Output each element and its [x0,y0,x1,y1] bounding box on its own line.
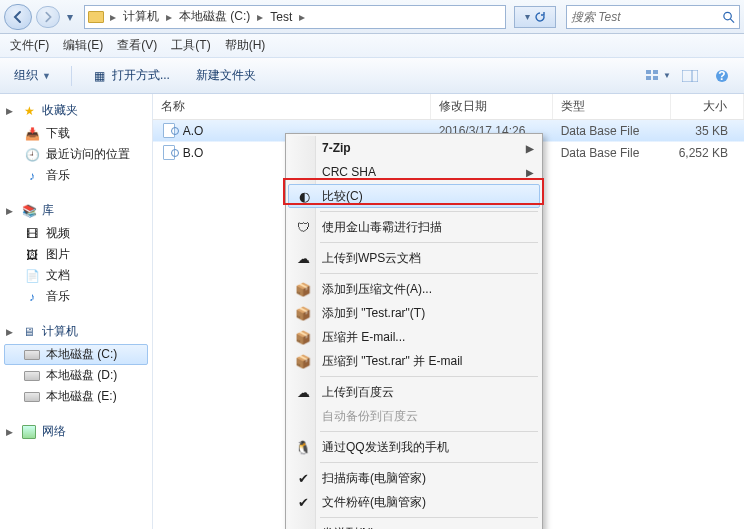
guard-icon: ✔ [294,493,312,511]
context-menu-item[interactable]: ◐比较(C) [288,184,540,208]
column-name[interactable]: 名称 [153,94,431,119]
collapse-icon: ▶ [6,327,16,337]
sidebar-item-downloads[interactable]: 📥下载 [4,123,148,144]
organize-button[interactable]: 组织 ▼ [8,64,57,87]
svg-rect-5 [653,76,658,80]
sidebar-item-label: 音乐 [46,167,70,184]
context-menu-label: 添加到 "Test.rar"(T) [322,305,425,322]
sidebar-group-computer[interactable]: ▶ 🖥 计算机 [4,321,148,344]
context-menu-item[interactable]: 📦压缩并 E-mail... [288,325,540,349]
column-type[interactable]: 类型 [553,94,671,119]
address-bar[interactable]: ▸ 计算机 ▸ 本地磁盘 (C:) ▸ Test ▸ [84,5,506,29]
menu-tools[interactable]: 工具(T) [165,35,216,56]
crumb-computer[interactable]: 计算机 [119,6,163,28]
context-menu-label: 添加到压缩文件(A)... [322,281,432,298]
sidebar-item-label: 音乐 [46,288,70,305]
svg-rect-2 [646,70,651,74]
context-menu-item[interactable]: 📦添加到 "Test.rar"(T) [288,301,540,325]
context-menu: 7-Zip▶CRC SHA▶◐比较(C)🛡使用金山毒霸进行扫描☁上传到WPS云文… [285,133,543,529]
context-menu-label: 上传到百度云 [322,384,394,401]
separator [71,66,72,86]
context-menu-item: 自动备份到百度云 [288,404,540,428]
context-menu-item[interactable]: 发送到(N)▶ [288,521,540,529]
collapse-icon: ▶ [6,427,16,437]
sidebar-group-network[interactable]: ▶ 网络 [4,421,148,444]
svg-text:?: ? [718,69,725,83]
sidebar-item-label: 最近访问的位置 [46,146,130,163]
app-icon: ▦ [92,68,108,84]
refresh-icon [534,11,546,23]
archive-icon: 📦 [294,328,312,346]
context-menu-item[interactable]: CRC SHA▶ [288,160,540,184]
file-name: A.O [183,124,204,138]
sidebar-item-music[interactable]: ♪音乐 [4,165,148,186]
context-menu-item[interactable]: ☁上传到WPS云文档 [288,246,540,270]
sidebar-item-drive-c[interactable]: 本地磁盘 (C:) [4,344,148,365]
file-type: Data Base File [553,124,671,138]
cloud-icon: ☁ [294,249,312,267]
search-input[interactable] [571,10,722,24]
open-with-button[interactable]: ▦ 打开方式... [86,64,176,87]
drive-icon [24,368,40,384]
sidebar-group-label: 收藏夹 [42,102,78,119]
drive-icon [24,389,40,405]
context-menu-item[interactable]: 📦添加到压缩文件(A)... [288,277,540,301]
search-box[interactable] [566,5,740,29]
context-menu-label: 使用金山毒霸进行扫描 [322,219,442,236]
context-menu-item[interactable]: 🐧通过QQ发送到我的手机 [288,435,540,459]
command-bar: 组织 ▼ ▦ 打开方式... 新建文件夹 ▼ ? [0,58,744,94]
sidebar-group-label: 库 [42,202,54,219]
context-menu-item[interactable]: ✔扫描病毒(电脑管家) [288,466,540,490]
sidebar-item-documents[interactable]: 📄文档 [4,265,148,286]
context-menu-item[interactable]: ☁上传到百度云 [288,380,540,404]
collapse-icon: ▶ [6,206,16,216]
svg-rect-3 [653,70,658,74]
nav-bar: ▾ ▸ 计算机 ▸ 本地磁盘 (C:) ▸ Test ▸ ▾ [0,0,744,34]
sidebar-item-recent[interactable]: 🕘最近访问的位置 [4,144,148,165]
chevron-down-icon: ▾ [525,11,530,22]
context-menu-item[interactable]: 🛡使用金山毒霸进行扫描 [288,215,540,239]
sidebar-item-pictures[interactable]: 🖼图片 [4,244,148,265]
sidebar-item-music-lib[interactable]: ♪音乐 [4,286,148,307]
back-button[interactable] [4,4,32,30]
sidebar-group-libraries[interactable]: ▶ 📚 库 [4,200,148,223]
chevron-right-icon[interactable]: ▸ [107,10,119,24]
sidebar-group-favorites[interactable]: ▶ ★ 收藏夹 [4,100,148,123]
context-menu-item[interactable]: 7-Zip▶ [288,136,540,160]
sidebar-group-label: 计算机 [42,323,78,340]
drive-icon [24,347,40,363]
new-folder-button[interactable]: 新建文件夹 [190,64,262,87]
column-size[interactable]: 大小 [671,94,744,119]
context-menu-item[interactable]: 📦压缩到 "Test.rar" 并 E-mail [288,349,540,373]
menu-view[interactable]: 查看(V) [111,35,163,56]
chevron-right-icon[interactable]: ▸ [254,10,266,24]
crumb-drive-c[interactable]: 本地磁盘 (C:) [175,6,254,28]
menu-separator [320,517,538,518]
recent-icon: 🕘 [24,147,40,163]
sidebar-item-drive-d[interactable]: 本地磁盘 (D:) [4,365,148,386]
menu-help[interactable]: 帮助(H) [219,35,272,56]
context-menu-label: 文件粉碎(电脑管家) [322,494,426,511]
crumb-test[interactable]: Test [266,6,296,28]
address-refresh-dropdown[interactable]: ▾ [514,6,556,28]
preview-pane-button[interactable] [676,65,704,87]
sidebar-item-drive-e[interactable]: 本地磁盘 (E:) [4,386,148,407]
nav-history-dropdown[interactable]: ▾ [64,4,76,30]
help-button[interactable]: ? [708,65,736,87]
forward-button[interactable] [36,6,60,28]
open-with-label: 打开方式... [112,67,170,84]
file-name: B.O [183,146,204,160]
chevron-right-icon[interactable]: ▸ [163,10,175,24]
file-icon [161,123,177,139]
archive-icon: 📦 [294,304,312,322]
column-date[interactable]: 修改日期 [431,94,553,119]
chevron-down-icon: ▼ [663,71,671,80]
sidebar-item-videos[interactable]: 🎞视频 [4,223,148,244]
chevron-right-icon[interactable]: ▸ [296,10,308,24]
folder-icon [85,6,107,28]
compare-icon: ◐ [295,187,313,205]
view-options-button[interactable]: ▼ [644,65,672,87]
context-menu-item[interactable]: ✔文件粉碎(电脑管家) [288,490,540,514]
menu-file[interactable]: 文件(F) [4,35,55,56]
menu-edit[interactable]: 编辑(E) [57,35,109,56]
